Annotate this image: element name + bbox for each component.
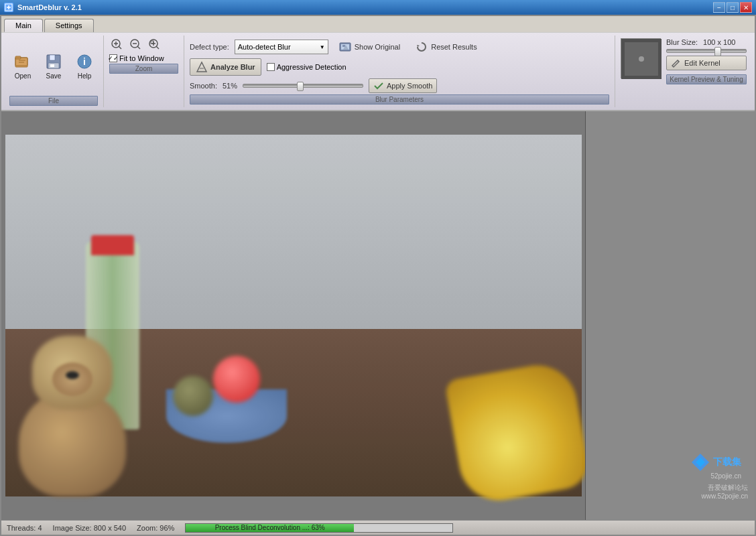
kernel-controls: Blur Size: 100 x 100 Edit Kernel Kerne — [666, 38, 747, 105]
watermark-logo-icon — [690, 452, 710, 472]
svg-rect-11 — [50, 64, 54, 67]
fit-to-window-checkbox[interactable]: ✓ Fit to Window — [109, 54, 178, 62]
minimize-button[interactable]: − — [713, 2, 725, 13]
kernel-section-label: Kernel Preview & Tuning — [666, 74, 747, 84]
photo-scene — [5, 135, 582, 496]
edit-kernel-label: Edit Kernel — [684, 59, 720, 67]
aggressive-detection-check[interactable] — [267, 63, 275, 71]
reset-results-label: Reset Results — [431, 43, 477, 51]
zoom-in-button[interactable] — [109, 37, 124, 52]
save-icon — [44, 52, 63, 71]
analyze-blur-button[interactable]: Analyze Blur — [190, 58, 261, 76]
app-title: SmartDeblur v. 2.1 — [17, 3, 82, 11]
main-window: Main Settings Ope — [0, 15, 756, 536]
image-panel[interactable]: ▸ — [1, 111, 586, 520]
watermark-url: 52pojie.cn — [690, 472, 741, 480]
image-size-status: Image Size: 800 x 540 — [53, 524, 126, 532]
save-label: Save — [46, 72, 62, 80]
status-bar: Threads: 4 Image Size: 800 x 540 Zoom: 9… — [1, 520, 755, 535]
smooth-slider[interactable] — [243, 84, 363, 88]
zoom-section-label: Zoom — [109, 64, 178, 74]
zoom-section: ✓ Fit to Window Zoom — [104, 36, 184, 107]
help-icon: i — [75, 52, 94, 71]
right-panel: 下载集 52pojie.cn 吾爱破解论坛 www.52pojie.cn — [586, 111, 755, 520]
save-button[interactable]: Save — [40, 51, 67, 81]
zoom-status: Zoom: 96% — [137, 524, 174, 532]
svg-line-20 — [137, 46, 140, 49]
tab-settings[interactable]: Settings — [44, 19, 94, 32]
maximize-button[interactable]: □ — [727, 2, 739, 13]
blur-params-label: Blur Parameters — [190, 94, 609, 105]
watermark-cn-text: 吾爱破解论坛 — [702, 483, 748, 492]
aggressive-detection-label: Aggressive Detection — [277, 63, 346, 71]
analyze-blur-label: Analyze Blur — [210, 63, 255, 71]
kernel-preview — [621, 38, 661, 78]
reset-results-icon — [415, 40, 428, 54]
svg-marker-31 — [197, 62, 206, 72]
apply-smooth-label: Apply Smooth — [387, 82, 432, 90]
open-button[interactable]: Open — [9, 51, 36, 81]
image-container — [1, 111, 585, 520]
svg-marker-30 — [417, 45, 420, 47]
show-original-icon — [338, 40, 352, 54]
edit-kernel-icon — [671, 58, 682, 68]
apply-smooth-icon — [373, 80, 384, 91]
edit-kernel-button[interactable]: Edit Kernel — [666, 56, 747, 70]
content-area: ▸ — [1, 111, 755, 520]
app-icon — [4, 3, 13, 12]
smooth-label: Smooth: — [190, 82, 217, 90]
watermark-text: 下载集 — [713, 456, 741, 468]
svg-rect-9 — [50, 55, 55, 60]
toolbar: Open Save — [1, 32, 755, 111]
progress-bar: Process Blind Deconvolution ...: 63% — [186, 524, 354, 532]
svg-line-36 — [678, 60, 679, 62]
help-button[interactable]: i Help — [71, 51, 98, 81]
file-section-label: File — [9, 96, 98, 106]
progress-bar-container: Process Blind Deconvolution ...: 63% — [185, 523, 453, 533]
show-original-label: Show Original — [355, 43, 400, 51]
smooth-slider-thumb[interactable] — [297, 82, 304, 91]
aggressive-detection-checkbox[interactable]: Aggressive Detection — [267, 63, 346, 71]
blur-size-value: 100 x 100 — [703, 38, 735, 46]
reset-results-button[interactable]: Reset Results — [410, 38, 481, 56]
svg-rect-28 — [342, 45, 345, 47]
close-button[interactable]: ✕ — [740, 2, 752, 13]
kernel-section: Blur Size: 100 x 100 Edit Kernel Kerne — [615, 36, 752, 107]
progress-text: Process Blind Deconvolution ...: 63% — [215, 524, 325, 531]
watermark-cn-url: www.52pojie.cn — [702, 492, 748, 500]
watermark: 下载集 52pojie.cn — [690, 452, 741, 480]
show-original-button[interactable]: Show Original — [334, 38, 405, 56]
zoom-out-button[interactable] — [128, 37, 143, 52]
file-section: Open Save — [4, 36, 104, 107]
dropdown-arrow-icon: ▼ — [320, 44, 325, 50]
fit-to-window-label: Fit to Window — [119, 54, 164, 62]
threads-status: Threads: 4 — [7, 524, 42, 532]
apply-smooth-button[interactable]: Apply Smooth — [369, 78, 437, 93]
open-icon — [13, 52, 32, 71]
defect-type-label: Defect type: — [190, 43, 229, 51]
window-controls: − □ ✕ — [713, 2, 752, 13]
fit-to-window-check[interactable]: ✓ — [109, 54, 117, 62]
open-label: Open — [15, 72, 31, 80]
kernel-slider-thumb[interactable] — [714, 47, 721, 56]
kernel-size-slider[interactable] — [666, 49, 747, 53]
svg-line-17 — [119, 46, 121, 49]
title-bar: SmartDeblur v. 2.1 − □ ✕ — [0, 0, 756, 15]
analyze-blur-icon — [196, 61, 208, 73]
blur-size-label: Blur Size: — [666, 38, 698, 46]
defect-type-value: Auto-detect Blur — [238, 43, 291, 51]
tab-bar: Main Settings — [1, 16, 755, 32]
svg-line-25 — [156, 46, 159, 49]
svg-text:i: i — [83, 56, 86, 67]
blur-params-section: Defect type: Auto-detect Blur ▼ Sho — [184, 36, 615, 107]
svg-point-35 — [639, 56, 644, 62]
zoom-fit-button[interactable] — [147, 37, 162, 52]
defect-type-dropdown[interactable]: Auto-detect Blur ▼ — [235, 40, 328, 54]
smooth-value: 51% — [223, 82, 237, 90]
tab-main[interactable]: Main — [4, 19, 43, 32]
help-label: Help — [78, 72, 92, 80]
